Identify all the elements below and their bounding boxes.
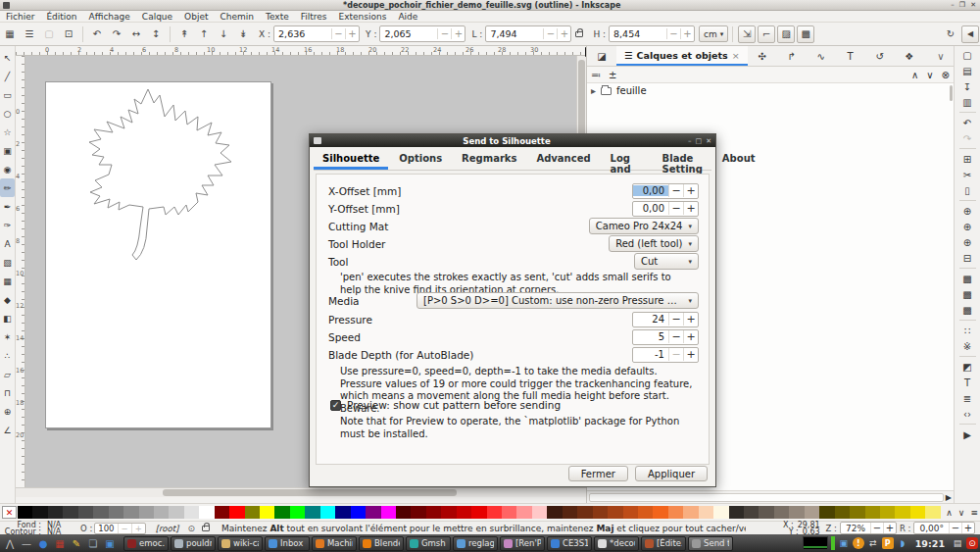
color-swatch[interactable] — [487, 506, 502, 519]
launcher-minimize-all[interactable]: — — [19, 536, 34, 551]
redo-icon[interactable]: ↷ — [963, 130, 971, 146]
blade-depth-minus-button[interactable]: − — [668, 348, 683, 361]
tab-history[interactable]: ↺ — [865, 46, 895, 66]
x-offset-minus-button[interactable]: − — [668, 184, 683, 197]
leaf-outline-path[interactable] — [87, 86, 234, 273]
color-swatch[interactable] — [18, 506, 32, 519]
color-swatch[interactable] — [93, 506, 108, 519]
menu-filtres[interactable]: Filtres — [295, 12, 333, 22]
color-swatch[interactable] — [366, 506, 380, 519]
dialog-maximize-icon[interactable]: □ — [696, 137, 703, 145]
tool-gradient[interactable]: ▧ — [0, 253, 15, 272]
pressure-spinbox[interactable]: 24 − + — [632, 312, 699, 327]
rotation-value[interactable]: 0,00° — [914, 524, 949, 533]
taskbar-button[interactable]: *decou... — [594, 536, 639, 551]
scale-stroke-icon[interactable]: ⇲ — [738, 25, 756, 43]
tool-holder-dropdown[interactable]: Red (left tool) ▾ — [609, 235, 699, 252]
appliquer-button[interactable]: Appliquer — [635, 466, 708, 481]
pressure-plus-button[interactable]: + — [683, 313, 698, 326]
tool-spiral[interactable]: ◉ — [0, 160, 15, 178]
minimize-icon[interactable]: – — [951, 1, 955, 9]
y-value[interactable]: 2,065 — [380, 28, 437, 39]
color-swatch[interactable] — [638, 506, 653, 519]
no-color-swatch[interactable]: ✕ — [2, 506, 17, 519]
layer-visibility-icon[interactable]: ⊙ — [187, 524, 195, 533]
deselect-icon[interactable]: ▢ — [40, 25, 58, 43]
color-swatch[interactable] — [78, 506, 93, 519]
speed-value[interactable]: 5 — [633, 331, 668, 342]
lower-layer-icon[interactable]: ∨ — [926, 70, 933, 80]
color-swatch[interactable] — [305, 506, 319, 519]
zoom-drawing-icon[interactable]: ⊕ — [963, 219, 971, 234]
taskbar-button[interactable]: [Ren'P... — [500, 536, 545, 551]
width-minus-button[interactable]: − — [543, 28, 557, 39]
taskbar-button[interactable]: reglag... — [453, 536, 498, 551]
tool-zoom[interactable]: ⊕ — [0, 402, 15, 421]
tool-calligraphy[interactable]: ✑ — [0, 216, 15, 234]
height-plus-button[interactable]: + — [680, 28, 694, 39]
color-swatch[interactable] — [850, 506, 864, 519]
y-offset-minus-button[interactable]: − — [668, 202, 683, 215]
clipboard-manager-icon[interactable]: P — [882, 537, 894, 549]
zoom-spinbox[interactable]: 72% − + — [840, 522, 897, 534]
height-minus-button[interactable]: − — [666, 28, 680, 39]
dialog-tab-options[interactable]: Options — [390, 150, 451, 170]
color-swatch[interactable] — [154, 506, 169, 519]
color-swatch[interactable] — [396, 506, 411, 519]
display-settings-icon[interactable]: ▤ — [952, 537, 963, 549]
color-swatch[interactable] — [229, 506, 244, 519]
print-icon[interactable]: ▥ — [962, 94, 971, 110]
dialog-tab-blade-setting[interactable]: Blade Setting — [654, 150, 711, 170]
color-swatch[interactable] — [699, 506, 713, 519]
current-layer-label[interactable]: [root] — [156, 524, 179, 533]
zoom-page-icon[interactable]: ⊕ — [963, 234, 971, 250]
color-swatch[interactable] — [48, 506, 63, 519]
color-swatch[interactable] — [441, 506, 456, 519]
rotation-spinbox[interactable]: 0,00° − + — [913, 522, 975, 534]
rotation-plus-button[interactable]: + — [961, 523, 974, 533]
tool-bezier-pen[interactable]: ✒ — [0, 197, 15, 216]
color-swatch[interactable] — [139, 506, 154, 519]
taskbar-button[interactable]: Inbox -... — [265, 536, 310, 551]
pressure-value[interactable]: 24 — [633, 314, 668, 325]
opacity-plus-button[interactable]: + — [131, 524, 145, 533]
undo-icon[interactable]: ↶ — [963, 115, 971, 130]
duplicate-icon[interactable]: ▩ — [962, 271, 971, 286]
tool-spray[interactable]: ∴ — [0, 346, 15, 365]
copy-icon[interactable]: ⊞ — [963, 151, 971, 167]
layer-lock-icon[interactable] — [202, 526, 210, 531]
zoom-plus-button[interactable]: + — [883, 523, 896, 533]
launcher-editor[interactable]: ▦ — [52, 536, 68, 551]
color-swatch[interactable] — [63, 506, 77, 519]
ungroup-icon[interactable]: ※ — [963, 338, 971, 354]
expander-icon[interactable]: ▸ — [591, 85, 596, 96]
color-swatch[interactable] — [563, 506, 577, 519]
color-swatch[interactable] — [199, 506, 214, 519]
menu-objet[interactable]: Objet — [178, 12, 214, 22]
document-page[interactable] — [45, 81, 271, 428]
flip-vertical-icon[interactable]: ↕ — [147, 25, 165, 43]
unit-dropdown[interactable]: cm ▾ — [699, 25, 728, 42]
x-spinbox[interactable]: 2,636 − + — [273, 25, 360, 42]
menu-texte[interactable]: Texte — [260, 12, 295, 22]
speed-spinbox[interactable]: 5 − + — [632, 329, 699, 345]
palette-down-icon[interactable]: ∨ — [958, 508, 965, 518]
color-swatch[interactable] — [910, 506, 925, 519]
dialog-titlebar[interactable]: Send to Silhouette – □ ✕ — [310, 134, 715, 147]
x-minus-button[interactable]: − — [331, 28, 345, 39]
color-swatch[interactable] — [880, 506, 895, 519]
lower-icon[interactable]: ↓ — [215, 25, 232, 43]
select-all-layers-icon[interactable]: ☰ — [21, 25, 38, 43]
color-swatch[interactable] — [381, 506, 396, 519]
lower-to-bottom-icon[interactable]: ↡ — [234, 25, 252, 43]
color-swatch[interactable] — [109, 506, 123, 519]
scale-corners-icon[interactable]: ⌐ — [758, 25, 775, 43]
blade-depth-plus-button[interactable]: + — [683, 348, 698, 361]
tool-selector[interactable]: ↖ — [0, 48, 15, 67]
maximize-icon[interactable]: ❐ — [959, 1, 965, 9]
taskbar-button[interactable]: Send to... — [688, 536, 733, 551]
tool-3dbox[interactable]: ▣ — [0, 141, 15, 160]
dialog-minimize-icon[interactable]: – — [688, 137, 692, 145]
color-swatch[interactable] — [532, 506, 547, 519]
power-icon[interactable]: ⊙ — [966, 537, 978, 549]
